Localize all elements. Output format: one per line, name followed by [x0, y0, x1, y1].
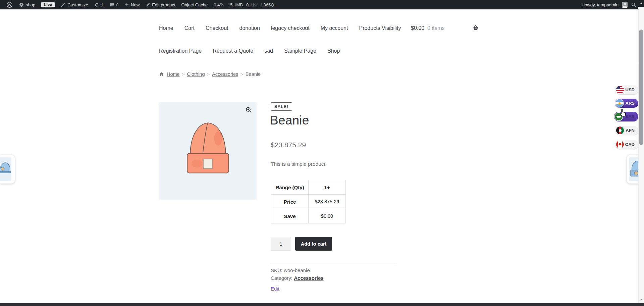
scrollbar-up-arrow[interactable]: ▲: [638, 0, 644, 7]
wordpress-logo-icon[interactable]: [3, 0, 16, 9]
stat-time: 0.49s: [214, 2, 224, 7]
currency-ars-label: ARS: [626, 101, 635, 106]
scrollbar: ▲ ▼: [638, 0, 644, 306]
search-icon[interactable]: [631, 2, 637, 8]
sku-value: woo-beanie: [284, 267, 310, 273]
argentina-flag-icon: [615, 99, 623, 107]
nav-sad[interactable]: sad: [264, 48, 273, 54]
cart-total: $0.00: [411, 25, 424, 31]
prev-product-card[interactable]: [0, 155, 15, 184]
nav-sample-page[interactable]: Sample Page: [284, 48, 316, 54]
breadcrumb: Home > Clothing > Accessories > Beanie: [159, 71, 261, 77]
updates-menu[interactable]: 1: [91, 0, 106, 9]
query-monitor-stats[interactable]: 0.49s 15.1MB 0.11s 1,365Q: [211, 2, 277, 7]
comments-menu[interactable]: 0: [106, 0, 121, 9]
basket-icon[interactable]: [472, 24, 479, 31]
currency-ars-button[interactable]: ARS: [615, 99, 638, 108]
nav-donation[interactable]: donation: [239, 25, 260, 31]
breadcrumb-clothing[interactable]: Clothing: [187, 71, 205, 77]
nav-shop[interactable]: Shop: [327, 48, 340, 54]
page: shop Live Customize 1 0 New: [0, 0, 644, 306]
nav-legacy-checkout[interactable]: legacy checkout: [271, 25, 310, 31]
dashboard-gauge-icon: [19, 2, 24, 7]
currency-sar-label: SAR: [626, 114, 635, 119]
breadcrumb-current: Beanie: [246, 71, 261, 77]
breadcrumb-separator: >: [207, 72, 210, 77]
currency-cad-label: CAD: [625, 142, 635, 147]
plus-icon: [124, 2, 129, 7]
breadcrumb-accessories[interactable]: Accessories: [212, 71, 238, 77]
nav-cart[interactable]: Cart: [184, 25, 195, 31]
scrollbar-thumb[interactable]: [639, 30, 643, 145]
quantity-input[interactable]: [271, 237, 291, 251]
updates-count: 1: [101, 2, 103, 7]
comments-count: 0: [116, 2, 118, 7]
live-badge-wrap[interactable]: Live: [38, 0, 58, 9]
afghanistan-flag-icon: [616, 126, 624, 134]
secondary-nav: Registration Page Request a Quote sad Sa…: [159, 48, 340, 54]
save-row-value: $0.00: [309, 209, 346, 223]
primary-nav: Home Cart Checkout donation legacy check…: [159, 25, 401, 31]
table-row: Price $23.875.29: [271, 195, 346, 209]
scrollbar-down-arrow[interactable]: ▼: [638, 298, 644, 301]
home-icon[interactable]: [159, 71, 164, 77]
product-image: [159, 102, 257, 200]
howdy-account[interactable]: Howdy, tempadmin: [582, 2, 619, 7]
next-product-card[interactable]: [627, 155, 638, 184]
table-row: Save $0.00: [271, 209, 346, 223]
sku-label: SKU:: [271, 267, 282, 273]
breadcrumb-separator: >: [240, 72, 243, 77]
object-cache-label: Object Cache: [181, 2, 208, 7]
admin-avatar[interactable]: [622, 2, 628, 8]
canada-flag-icon: [616, 141, 624, 148]
breadcrumb-separator: >: [182, 72, 185, 77]
image-zoom-icon[interactable]: [245, 106, 253, 114]
new-menu[interactable]: New: [121, 0, 143, 9]
range-qty-header: Range (Qty): [271, 180, 309, 195]
site-header: Home Cart Checkout donation legacy check…: [0, 9, 638, 64]
comments-icon: [109, 2, 114, 7]
update-icon: [94, 2, 99, 7]
currency-cad-button[interactable]: CAD: [615, 140, 638, 149]
currency-afn-label: AFN: [626, 128, 635, 133]
brush-icon: [61, 2, 66, 7]
save-row-label: Save: [271, 209, 309, 223]
stat-queries: 1,365Q: [260, 2, 274, 7]
pricing-table: Range (Qty) 1+ Price $23.875.29 Save $0.…: [271, 180, 346, 223]
site-menu[interactable]: shop: [16, 0, 38, 9]
customize-menu[interactable]: Customize: [58, 0, 91, 9]
beanie-illustration: [173, 112, 243, 191]
category-link[interactable]: Accessories: [294, 275, 323, 281]
next-product-thumbnail: [629, 157, 638, 181]
saudi-arabia-flag-icon: [615, 113, 623, 120]
stat-sql-time: 0.11s: [246, 2, 257, 7]
edit-product-menu[interactable]: Edit product: [143, 0, 178, 9]
currency-usd-button[interactable]: USD: [615, 85, 638, 94]
edit-product-label: Edit product: [152, 2, 175, 7]
nav-products-visibility[interactable]: Products Visibility: [359, 25, 401, 31]
nav-home[interactable]: Home: [159, 25, 173, 31]
price-row-value: $23.875.29: [309, 195, 346, 209]
live-badge: Live: [41, 2, 55, 7]
product-title: Beanie: [270, 113, 309, 128]
currency-afn-button[interactable]: AFN: [615, 126, 638, 135]
site-name: shop: [26, 2, 35, 7]
header-cart-link[interactable]: $0.00 0 items: [411, 25, 445, 31]
new-label: New: [131, 2, 140, 7]
currency-sar-button[interactable]: SAR: [614, 112, 638, 121]
customize-label: Customize: [67, 2, 88, 7]
product-description: This is a simple product.: [271, 161, 327, 167]
nav-checkout[interactable]: Checkout: [206, 25, 228, 31]
stat-memory: 15.1MB: [228, 2, 243, 7]
divider: [271, 263, 397, 263]
nav-registration-page[interactable]: Registration Page: [159, 48, 202, 54]
add-to-cart-button[interactable]: Add to cart: [295, 237, 332, 251]
breadcrumb-home[interactable]: Home: [167, 71, 180, 77]
price-row-label: Price: [271, 195, 309, 209]
sale-badge: SALE!: [271, 102, 292, 111]
nav-my-account[interactable]: My account: [321, 25, 348, 31]
nav-request-a-quote[interactable]: Request a Quote: [213, 48, 253, 54]
wp-admin-bar: shop Live Customize 1 0 New: [0, 0, 644, 9]
object-cache-menu[interactable]: Object Cache: [178, 0, 211, 9]
edit-link[interactable]: Edit: [271, 286, 279, 292]
